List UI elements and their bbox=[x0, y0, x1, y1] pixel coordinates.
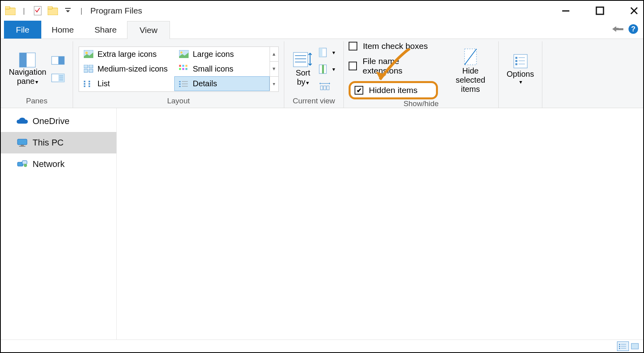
svg-rect-37 bbox=[89, 81, 90, 82]
window-controls bbox=[561, 1, 639, 21]
hidden-items-label: Hidden items bbox=[369, 85, 418, 95]
sidebar-item-label: OneDrive bbox=[33, 116, 69, 126]
gallery-scroll: ▲ ▼ ▾ bbox=[270, 47, 278, 91]
svg-rect-8 bbox=[619, 28, 623, 30]
svg-rect-30 bbox=[185, 65, 187, 67]
svg-rect-51 bbox=[319, 48, 322, 57]
svg-rect-65 bbox=[17, 139, 27, 145]
svg-rect-56 bbox=[327, 86, 329, 90]
svg-rect-69 bbox=[22, 161, 27, 164]
tab-view[interactable]: View bbox=[127, 21, 170, 39]
options-button[interactable]: Options ▾ bbox=[507, 53, 534, 85]
item-check-boxes-toggle[interactable]: Item check boxes bbox=[349, 41, 438, 51]
navigation-pane-button[interactable]: Navigation pane▾ bbox=[9, 52, 46, 86]
svg-rect-28 bbox=[179, 65, 181, 67]
checkbox-icon bbox=[349, 42, 357, 50]
svg-rect-25 bbox=[89, 65, 93, 68]
file-name-extensions-toggle[interactable]: File name extensions bbox=[349, 56, 438, 76]
svg-rect-44 bbox=[179, 86, 181, 87]
svg-rect-75 bbox=[619, 348, 620, 349]
svg-rect-54 bbox=[320, 86, 323, 90]
layout-list[interactable]: List bbox=[79, 76, 174, 91]
svg-rect-35 bbox=[84, 83, 85, 85]
ribbon-group-show-hide: Item check boxes File name extensions Hi… bbox=[344, 41, 499, 108]
file-name-extensions-label: File name extensions bbox=[362, 56, 438, 76]
svg-rect-42 bbox=[179, 83, 181, 85]
tab-home[interactable]: Home bbox=[41, 21, 84, 39]
sidebar-item-network[interactable]: Network bbox=[1, 153, 116, 175]
layout-details[interactable]: Details bbox=[174, 76, 270, 91]
svg-rect-73 bbox=[619, 346, 620, 347]
layout-large-icons[interactable]: Large icons bbox=[174, 47, 270, 62]
hide-selected-label-1: Hide selected bbox=[447, 66, 494, 85]
ribbon-tabstrip: File Home Share View ? bbox=[1, 21, 643, 39]
ribbon: Navigation pane▾ Panes Extra large icons bbox=[1, 39, 643, 108]
folder-icon bbox=[5, 5, 16, 16]
preview-pane-button[interactable] bbox=[51, 56, 65, 65]
sidebar-item-this-pc[interactable]: This PC bbox=[1, 132, 116, 153]
svg-rect-6 bbox=[562, 10, 569, 12]
hide-selected-items-button[interactable]: Hide selected items bbox=[447, 47, 494, 94]
ribbon-group-panes: Navigation pane▾ Panes bbox=[1, 41, 73, 108]
sort-by-label-1: Sort bbox=[296, 68, 310, 78]
svg-rect-71 bbox=[619, 344, 620, 345]
minimize-ribbon-icon[interactable] bbox=[612, 25, 623, 34]
ribbon-group-options: Options ▾ bbox=[499, 41, 542, 108]
tab-share[interactable]: Share bbox=[84, 21, 127, 39]
layout-medium-label: Medium-sized icons bbox=[98, 64, 168, 74]
layout-small-icons[interactable]: Small icons bbox=[174, 62, 270, 76]
size-columns-icon bbox=[319, 81, 331, 91]
svg-rect-77 bbox=[631, 343, 638, 349]
file-list-area[interactable] bbox=[117, 108, 643, 339]
ribbon-group-current-view-label: Current view bbox=[293, 97, 335, 105]
maximize-button[interactable] bbox=[595, 6, 605, 16]
options-label: Options bbox=[507, 70, 534, 79]
svg-rect-7 bbox=[596, 7, 604, 14]
large-icons-icon bbox=[179, 50, 189, 58]
view-large-icons-button[interactable] bbox=[629, 341, 641, 351]
layout-details-label: Details bbox=[193, 79, 217, 88]
properties-icon[interactable] bbox=[32, 5, 43, 16]
svg-text:?: ? bbox=[631, 25, 636, 33]
sidebar-item-onedrive[interactable]: OneDrive bbox=[1, 111, 116, 132]
checkbox-checked-icon bbox=[355, 86, 363, 95]
quick-access-toolbar: | | bbox=[5, 5, 85, 16]
svg-rect-4 bbox=[48, 6, 52, 9]
sidebar-item-label: This PC bbox=[33, 138, 64, 148]
layout-medium-icons[interactable]: Medium-sized icons bbox=[79, 62, 174, 76]
group-by-button[interactable]: ▾ bbox=[319, 48, 335, 57]
ribbon-group-panes-label: Panes bbox=[26, 97, 48, 105]
hide-selected-icon bbox=[462, 47, 479, 66]
navigation-pane-label-2: pane▾ bbox=[17, 77, 39, 86]
gallery-scroll-up[interactable]: ▲ bbox=[270, 47, 278, 62]
size-columns-button[interactable] bbox=[319, 81, 335, 91]
chevron-down-icon: ▾ bbox=[519, 79, 522, 85]
svg-rect-1 bbox=[5, 6, 10, 9]
help-icon[interactable]: ? bbox=[628, 24, 638, 36]
group-by-icon bbox=[319, 48, 331, 57]
layout-extra-large-icons[interactable]: Extra large icons bbox=[79, 47, 174, 62]
sort-by-label-2: by▾ bbox=[297, 78, 309, 87]
content-area: OneDrive This PC Network bbox=[1, 108, 643, 339]
qat-dropdown-icon[interactable] bbox=[62, 5, 73, 16]
hidden-items-toggle[interactable]: Hidden items bbox=[349, 81, 438, 99]
new-folder-icon[interactable] bbox=[47, 5, 58, 16]
svg-rect-27 bbox=[89, 69, 93, 72]
svg-rect-31 bbox=[179, 68, 181, 70]
svg-rect-59 bbox=[515, 57, 517, 59]
close-button[interactable] bbox=[629, 6, 639, 16]
view-details-button[interactable] bbox=[617, 341, 629, 351]
gallery-scroll-down[interactable]: ▼ bbox=[270, 62, 278, 77]
ribbon-group-layout-label: Layout bbox=[167, 97, 190, 105]
gallery-scroll-more[interactable]: ▾ bbox=[270, 77, 278, 91]
svg-rect-63 bbox=[515, 63, 517, 65]
svg-rect-24 bbox=[84, 65, 88, 68]
svg-rect-66 bbox=[21, 145, 24, 146]
details-pane-button[interactable] bbox=[51, 74, 65, 82]
layout-gallery: Extra large icons Large icons ▲ ▼ ▾ Medi… bbox=[79, 47, 279, 92]
minimize-button[interactable] bbox=[561, 6, 571, 16]
add-columns-button[interactable]: ▾ bbox=[319, 64, 335, 74]
layout-extra-large-label: Extra large icons bbox=[98, 50, 157, 59]
tab-file[interactable]: File bbox=[4, 21, 41, 39]
sort-by-button[interactable]: Sort by▾ bbox=[293, 52, 313, 87]
